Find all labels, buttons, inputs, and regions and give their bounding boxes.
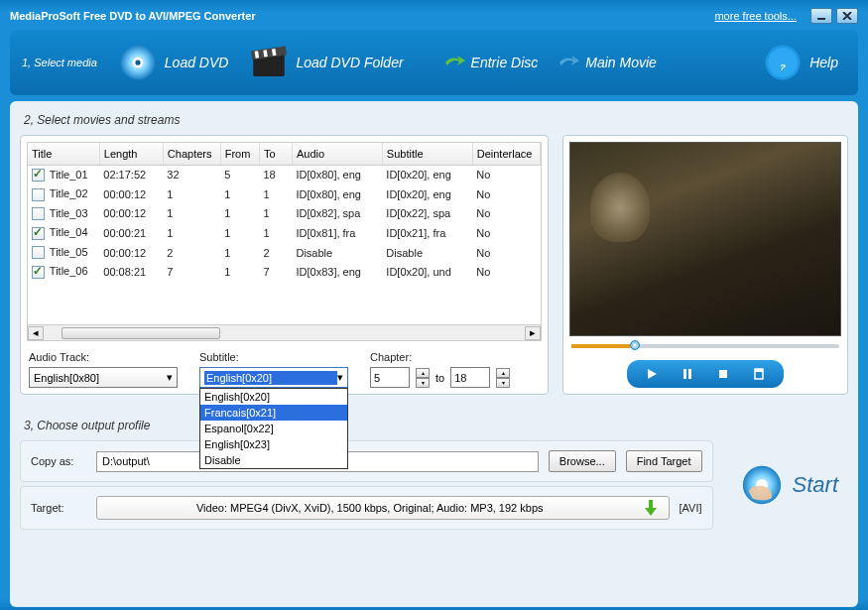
copy-as-label: Copy as: <box>31 455 86 467</box>
chevron-down-icon: ▾ <box>337 371 343 384</box>
svg-point-3 <box>135 60 140 64</box>
scroll-left-icon[interactable]: ◂ <box>28 326 44 340</box>
svg-rect-12 <box>683 369 686 379</box>
titles-table: TitleLengthChaptersFromToAudioSubtitleDe… <box>28 143 541 282</box>
help-button[interactable]: ? Help <box>754 42 846 83</box>
load-dvd-button[interactable]: Load DVD <box>109 42 237 83</box>
disc-hand-icon <box>739 462 785 508</box>
target-profile-combo[interactable]: Video: MPEG4 (DivX, XviD), 1500 kbps, Or… <box>96 496 670 520</box>
arrow-right-icon <box>443 54 465 71</box>
entire-disc-button[interactable]: Entrie Disc <box>435 54 547 71</box>
chapter-to-input[interactable]: 18 <box>450 367 490 388</box>
svg-rect-13 <box>688 369 691 379</box>
main-movie-button[interactable]: Main Movie <box>550 54 665 71</box>
scroll-thumb[interactable] <box>62 327 220 339</box>
player-controls <box>627 360 784 388</box>
row-checkbox[interactable] <box>32 266 45 279</box>
titlebar: MediaProSoft Free DVD to AVI/MPEG Conver… <box>4 4 864 28</box>
spin-down-icon[interactable]: ▾ <box>496 378 510 388</box>
chapter-label: Chapter: <box>370 351 510 363</box>
preview-panel <box>562 135 848 395</box>
help-icon: ? <box>762 42 804 83</box>
column-header[interactable]: Title <box>28 143 99 165</box>
app-title: MediaProSoft Free DVD to AVI/MPEG Conver… <box>10 10 256 22</box>
step-1-label: 1, Select media <box>22 57 97 68</box>
load-dvd-folder-button[interactable]: Load DVD Folder <box>240 42 411 83</box>
table-row[interactable]: Title_0200:00:12111ID[0x80], engID[0x20]… <box>28 184 541 204</box>
browse-button[interactable]: Browse... <box>549 450 616 472</box>
table-row[interactable]: Title_0500:00:12212DisableDisableNo <box>28 243 541 263</box>
audio-track-label: Audio Track: <box>29 351 178 363</box>
container-label: [AVI] <box>680 502 702 514</box>
to-label: to <box>435 372 444 384</box>
svg-rect-0 <box>817 18 825 20</box>
target-label: Target: <box>31 502 86 514</box>
column-header[interactable]: Length <box>99 143 163 165</box>
column-header[interactable]: From <box>220 143 259 165</box>
stream-controls: Audio Track: English[0x80] ▾ Subtitle: E… <box>27 351 542 388</box>
titles-panel: TitleLengthChaptersFromToAudioSubtitleDe… <box>20 135 549 395</box>
clapboard-icon <box>248 42 290 83</box>
close-button[interactable] <box>836 8 858 24</box>
row-checkbox[interactable] <box>32 246 45 259</box>
step-3-label: 3, Choose output profile <box>24 419 848 432</box>
more-tools-link[interactable]: more free tools... <box>714 10 797 22</box>
svg-rect-14 <box>719 370 727 378</box>
audio-track-combo[interactable]: English[0x80] ▾ <box>29 367 178 388</box>
svg-text:?: ? <box>780 61 786 72</box>
snapshot-button[interactable] <box>748 365 770 383</box>
dropdown-option[interactable]: Espanol[0x22] <box>200 421 347 436</box>
row-checkbox[interactable] <box>32 169 45 182</box>
chapter-from-input[interactable]: 5 <box>370 367 410 388</box>
spin-up-icon[interactable]: ▴ <box>496 368 510 378</box>
find-target-button[interactable]: Find Target <box>626 450 702 472</box>
spin-down-icon[interactable]: ▾ <box>416 378 430 388</box>
pause-button[interactable] <box>677 365 698 383</box>
dropdown-option[interactable]: English[0x23] <box>200 436 347 452</box>
dropdown-option[interactable]: English[0x20] <box>200 389 347 405</box>
dropdown-option[interactable]: Disable <box>200 452 347 468</box>
scroll-right-icon[interactable]: ▸ <box>525 326 541 340</box>
chevron-down-icon: ▾ <box>167 371 173 384</box>
table-row[interactable]: Title_0300:00:12111ID[0x82], spaID[0x22]… <box>28 204 541 224</box>
dropdown-option[interactable]: Francais[0x21] <box>200 405 347 421</box>
table-row[interactable]: Title_0600:08:21717ID[0x83], engID[0x20]… <box>28 262 541 282</box>
row-checkbox[interactable] <box>32 188 45 201</box>
column-header[interactable]: To <box>259 143 292 165</box>
arrow-down-icon <box>643 498 659 518</box>
titles-table-wrap: TitleLengthChaptersFromToAudioSubtitleDe… <box>27 142 542 341</box>
horizontal-scrollbar[interactable]: ◂ ▸ <box>28 324 541 340</box>
disc-icon <box>117 42 159 83</box>
row-checkbox[interactable] <box>32 227 45 240</box>
column-header[interactable]: Chapters <box>163 143 220 165</box>
minimize-button[interactable] <box>810 8 832 24</box>
playback-slider[interactable] <box>571 344 839 348</box>
slider-knob[interactable] <box>630 340 640 350</box>
arrow-right-icon <box>558 54 579 71</box>
column-header[interactable]: Subtitle <box>382 143 472 165</box>
table-row[interactable]: Title_0102:17:5232518ID[0x80], engID[0x2… <box>28 165 541 184</box>
subtitle-combo[interactable]: English[0x20] ▾ English[0x20]Francais[0x… <box>199 367 348 388</box>
play-button[interactable] <box>641 365 663 383</box>
table-row[interactable]: Title_0400:00:21111ID[0x81], fraID[0x21]… <box>28 223 541 243</box>
svg-rect-16 <box>755 369 763 372</box>
column-header[interactable]: Deinterlace <box>472 143 540 165</box>
spin-up-icon[interactable]: ▴ <box>416 368 430 378</box>
row-checkbox[interactable] <box>32 207 45 220</box>
column-header[interactable]: Audio <box>292 143 382 165</box>
subtitle-dropdown-list[interactable]: English[0x20]Francais[0x21]Espanol[0x22]… <box>199 388 348 469</box>
subtitle-label: Subtitle: <box>199 351 348 363</box>
start-button[interactable]: Start <box>729 462 848 508</box>
video-preview[interactable] <box>569 142 841 336</box>
step-2-label: 2, Select movies and streams <box>24 113 848 127</box>
stop-button[interactable] <box>712 365 734 383</box>
toolbar: 1, Select media Load DVD Load DVD Folder… <box>10 30 858 95</box>
